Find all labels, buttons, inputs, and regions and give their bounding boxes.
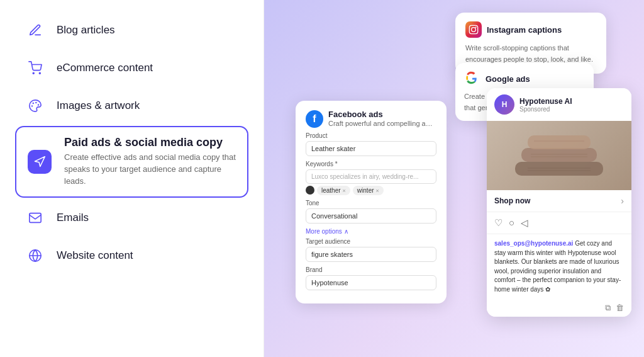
social-footer: ⧉ 🗑 xyxy=(487,299,631,317)
svg-point-10 xyxy=(472,28,476,32)
palette-icon xyxy=(26,97,44,115)
comment-icon[interactable]: ○ xyxy=(509,217,514,229)
shop-now-bar[interactable]: Shop now › xyxy=(487,190,631,212)
keywords-input[interactable]: Luxco specializes in airy, wedding-re... xyxy=(306,169,436,184)
brand-name: Hypotenuse AI xyxy=(519,97,572,106)
delete-icon[interactable]: 🗑 xyxy=(616,303,624,313)
social-card-image xyxy=(487,121,631,190)
product-field: Product Leather skater xyxy=(306,132,436,156)
sidebar-label-emails: Emails xyxy=(57,212,89,224)
sidebar-label-paid-ads: Paid ads & social media copy xyxy=(64,136,236,149)
google-icon xyxy=(464,71,480,87)
svg-point-2 xyxy=(36,103,36,103)
tag-winter[interactable]: winter × xyxy=(353,186,384,195)
like-icon[interactable]: ♡ xyxy=(494,217,502,229)
brand-label: Brand xyxy=(306,266,436,273)
tag-leather[interactable]: leather × xyxy=(317,186,350,195)
svg-point-11 xyxy=(475,26,477,28)
brand-avatar: H xyxy=(494,94,514,115)
tone-input[interactable]: Conversational xyxy=(306,208,436,224)
product-label: Product xyxy=(306,132,436,139)
product-input[interactable]: Leather skater xyxy=(306,141,436,156)
sidebar-desc-paid-ads: Create effective ads and social media co… xyxy=(64,152,236,188)
more-options-toggle[interactable]: More options ∧ xyxy=(306,228,436,235)
left-panel: Blog articles eCommerce content Images &… xyxy=(0,0,264,357)
paid-ads-content: Paid ads & social media copy Create effe… xyxy=(64,136,236,188)
shop-now-text: Shop now xyxy=(494,196,530,205)
keywords-label: Keywords * xyxy=(306,161,436,167)
svg-point-3 xyxy=(38,105,39,105)
social-actions: ♡ ○ ◁ xyxy=(487,212,631,234)
share-icon[interactable]: ◁ xyxy=(521,217,528,229)
copy-icon[interactable]: ⧉ xyxy=(605,303,611,313)
tag-row: leather × winter × xyxy=(306,186,436,195)
right-panel: Instagram captions Write scroll-stopping… xyxy=(264,0,644,357)
sponsored-label: Sponsored xyxy=(519,106,572,113)
facebook-ads-card: f Facebook ads Craft powerful and compel… xyxy=(296,101,447,303)
tone-field: Tone Conversational xyxy=(306,200,436,224)
sidebar-item-blog-articles[interactable]: Blog articles xyxy=(15,13,248,48)
caption-text: Get cozy and stay warm this winter with … xyxy=(494,240,621,293)
target-input[interactable]: figure skaters xyxy=(306,247,436,262)
svg-rect-14 xyxy=(528,135,591,149)
sidebar-item-emails[interactable]: Emails xyxy=(15,200,248,235)
pen-icon xyxy=(26,21,44,39)
target-label: Target audience xyxy=(306,238,436,245)
svg-point-1 xyxy=(39,72,40,74)
facebook-title: Facebook ads xyxy=(328,110,435,119)
instagram-desc: Write scroll-stopping captions that enco… xyxy=(465,44,593,63)
brand-field: Brand Hypotenuse xyxy=(306,266,436,290)
cart-icon xyxy=(26,59,44,77)
svg-rect-13 xyxy=(521,148,597,162)
facebook-desc: Craft powerful and compelling ads that s… xyxy=(328,119,435,128)
target-field: Target audience figure skaters xyxy=(306,238,436,262)
instagram-icon xyxy=(465,21,482,38)
sidebar-item-ecommerce[interactable]: eCommerce content xyxy=(15,50,248,86)
social-caption: sales_ops@hypotenuse.ai Get cozy and sta… xyxy=(487,234,631,299)
svg-rect-9 xyxy=(469,25,477,33)
sidebar-item-paid-ads[interactable]: Paid ads & social media copy Create effe… xyxy=(15,126,248,198)
svg-point-0 xyxy=(33,72,34,74)
sidebar-label-ecommerce: eCommerce content xyxy=(57,62,153,74)
social-preview-card: H Hypotenuse AI Sponsored xyxy=(487,88,631,317)
brand-info: Hypotenuse AI Sponsored xyxy=(519,97,572,113)
social-card-header: H Hypotenuse AI Sponsored xyxy=(487,88,631,121)
svg-rect-6 xyxy=(30,213,41,222)
chevron-right-icon: › xyxy=(621,196,624,206)
email-icon xyxy=(26,209,44,227)
instagram-title: Instagram captions xyxy=(487,25,562,35)
google-title: Google ads xyxy=(486,74,530,84)
wool-visual xyxy=(487,121,631,190)
svg-point-5 xyxy=(32,106,33,106)
sidebar-label-blog-articles: Blog articles xyxy=(57,24,115,37)
sidebar-label-images: Images & artwork xyxy=(57,99,140,112)
sidebar-item-images[interactable]: Images & artwork xyxy=(15,88,248,123)
svg-point-4 xyxy=(33,103,33,103)
dot-tag xyxy=(306,186,314,195)
keywords-field: Keywords * Luxco specializes in airy, we… xyxy=(306,161,436,195)
brand-input[interactable]: Hypotenuse xyxy=(306,275,436,290)
sidebar-label-website: Website content xyxy=(57,249,133,262)
svg-rect-12 xyxy=(515,162,603,176)
megaphone-icon xyxy=(28,150,52,174)
caption-handle: sales_ops@hypotenuse.ai xyxy=(494,240,573,247)
sidebar-item-website[interactable]: Website content xyxy=(15,238,248,273)
tone-label: Tone xyxy=(306,200,436,207)
facebook-icon: f xyxy=(306,110,323,128)
wool-blankets-svg xyxy=(496,124,622,187)
globe-icon xyxy=(26,247,44,264)
